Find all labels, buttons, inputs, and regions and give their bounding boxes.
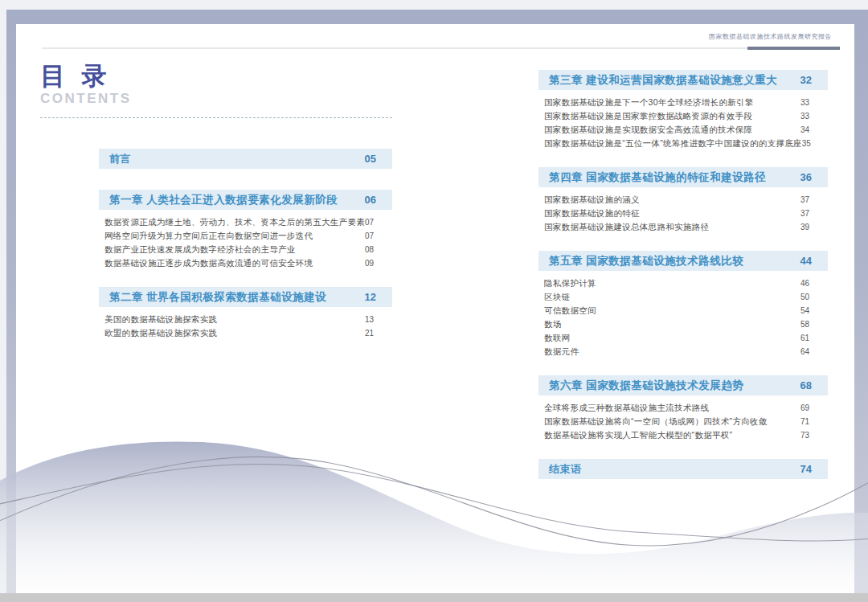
toc-item-label: 区块链 xyxy=(544,292,570,303)
toc-item[interactable]: 数据资源正成为继土地、劳动力、技术、资本之后的第五大生产要素07 xyxy=(99,215,392,229)
toc-chapter-section: 第一章 人类社会正进入数据要素化发展新阶段06数据资源正成为继土地、劳动力、技术… xyxy=(99,190,392,270)
toc-item[interactable]: 国家数据基础设施是国家掌控数据战略资源的有效手段33 xyxy=(538,109,828,123)
toc-item-page-number: 73 xyxy=(800,431,809,440)
toc-bar[interactable]: 第四章 国家数据基础设施的特征和建设路径36 xyxy=(538,167,828,187)
toc-bar-page-number: 68 xyxy=(800,379,812,391)
toc-item[interactable]: 国家数据基础设施的涵义37 xyxy=(538,193,828,207)
toc-item-page-number: 69 xyxy=(800,403,809,412)
toc-column-left: 前言05第一章 人类社会正进入数据要素化发展新阶段06数据资源正成为继土地、劳动… xyxy=(99,149,392,357)
toc-bar-label: 前言 xyxy=(109,152,131,166)
toc-item[interactable]: 国家数据基础设施将向“一空间（场或网）四技术”方向收敛71 xyxy=(538,415,828,428)
toc-item[interactable]: 数场58 xyxy=(538,317,828,331)
desktop-background: 国家数据基础设施技术路线发展研究报告 目 录 CONTENTS 前言05第一章 … xyxy=(0,0,868,602)
toc-item[interactable]: 全球将形成三种数据基础设施主流技术路线69 xyxy=(538,401,828,415)
toc-column-right: 第三章 建设和运营国家数据基础设施意义重大32国家数据基础设施是下一个30年全球… xyxy=(538,70,828,500)
toc-item-page-number: 64 xyxy=(800,347,809,356)
toc-item[interactable]: 国家数据基础设施是实现数据安全高效流通的技术保障34 xyxy=(538,123,828,137)
toc-item-label: 数联网 xyxy=(544,333,570,344)
toc-item-label: 数据元件 xyxy=(544,346,579,358)
toc-bar-label: 第二章 世界各国积极探索数据基础设施建设 xyxy=(109,290,326,305)
toc-item[interactable]: 数据基础设施将实现人工智能大模型的“数据平权”73 xyxy=(538,428,828,442)
toc-item-page-number: 13 xyxy=(365,315,374,324)
toc-item-page-number: 39 xyxy=(800,223,809,231)
toc-bar[interactable]: 第二章 世界各国积极探索数据基础设施建设12 xyxy=(99,287,392,307)
toc-bar-page-number: 44 xyxy=(800,255,812,267)
toc-bar-label: 第三章 建设和运营国家数据基础设施意义重大 xyxy=(549,73,777,88)
toc-item-page-number: 35 xyxy=(802,139,811,148)
toc-item-list: 美国的数据基础设施探索实践13欧盟的数据基础设施探索实践21 xyxy=(99,313,392,340)
toc-item-page-number: 37 xyxy=(800,195,809,204)
toc-bar-label: 第五章 国家数据基础设施技术路线比较 xyxy=(549,254,743,268)
toc-item-list: 全球将形成三种数据基础设施主流技术路线69国家数据基础设施将向“一空间（场或网）… xyxy=(538,401,828,442)
toc-bar-page-number: 32 xyxy=(800,74,812,86)
toc-heading: 目 录 CONTENTS xyxy=(40,63,132,107)
header-rule xyxy=(42,47,840,49)
toc-item[interactable]: 隐私保护计算46 xyxy=(538,276,828,290)
toc-item[interactable]: 数联网61 xyxy=(538,331,828,345)
toc-item[interactable]: 数据基础设施正逐步成为数据高效流通的可信安全环境09 xyxy=(99,256,392,270)
toc-item-list: 国家数据基础设施的涵义37国家数据基础设施的特征37国家数据基础设施建设总体思路… xyxy=(538,193,828,234)
toc-bar[interactable]: 结束语74 xyxy=(538,459,828,479)
toc-item[interactable]: 国家数据基础设施是下一个30年全球经济增长的新引擎33 xyxy=(538,96,828,109)
toc-single-entry: 结束语74 xyxy=(538,459,828,479)
toc-item-page-number: 33 xyxy=(800,98,809,107)
toc-item-label: 国家数据基础设施的涵义 xyxy=(544,195,640,206)
toc-item-label: 可信数据空间 xyxy=(544,305,596,317)
toc-bar[interactable]: 第一章 人类社会正进入数据要素化发展新阶段06 xyxy=(99,190,392,210)
toc-item-label: 国家数据基础设施的特征 xyxy=(544,208,640,219)
document-page: 国家数据基础设施技术路线发展研究报告 目 录 CONTENTS 前言05第一章 … xyxy=(16,24,854,593)
toc-chapter-section: 第五章 国家数据基础设施技术路线比较44隐私保护计算46区块链50可信数据空间5… xyxy=(538,251,828,358)
toc-item-label: 国家数据基础设施将向“一空间（场或网）四技术”方向收敛 xyxy=(544,416,768,428)
toc-item-page-number: 61 xyxy=(800,334,809,342)
toc-single-entry: 前言05 xyxy=(99,149,392,169)
desk-strip xyxy=(0,593,868,602)
toc-item[interactable]: 可信数据空间54 xyxy=(538,304,828,317)
toc-item-label: 美国的数据基础设施探索实践 xyxy=(104,314,217,326)
toc-item-label: 国家数据基础设施是“五位一体”统筹推进数字中国建设的的支撑底座 xyxy=(544,138,802,149)
toc-item-page-number: 21 xyxy=(365,329,374,338)
toc-item[interactable]: 欧盟的数据基础设施探索实践21 xyxy=(99,326,392,340)
toc-item-label: 国家数据基础设施是下一个30年全球经济增长的新引擎 xyxy=(544,97,754,109)
toc-item-label: 欧盟的数据基础设施探索实践 xyxy=(104,328,217,339)
toc-item-label: 数据基础设施正逐步成为数据高效流通的可信安全环境 xyxy=(104,258,313,269)
toc-item[interactable]: 数据元件64 xyxy=(538,345,828,358)
toc-item-page-number: 46 xyxy=(800,279,809,288)
toc-item-list: 数据资源正成为继土地、劳动力、技术、资本之后的第五大生产要素07网络空间升级为算… xyxy=(99,215,392,270)
toc-item-label: 隐私保护计算 xyxy=(544,278,596,289)
toc-item[interactable]: 国家数据基础设施是“五位一体”统筹推进数字中国建设的的支撑底座35 xyxy=(538,137,828,150)
toc-item-page-number: 07 xyxy=(365,231,374,240)
toc-item-list: 国家数据基础设施是下一个30年全球经济增长的新引擎33国家数据基础设施是国家掌控… xyxy=(538,96,828,150)
toc-bar-page-number: 36 xyxy=(800,171,812,183)
toc-item-label: 数据资源正成为继土地、劳动力、技术、资本之后的第五大生产要素 xyxy=(104,217,365,228)
toc-chapter-section: 第六章 国家数据基础设施技术发展趋势68全球将形成三种数据基础设施主流技术路线6… xyxy=(538,375,828,442)
toc-item-page-number: 09 xyxy=(365,259,374,268)
toc-item[interactable]: 网络空间升级为算力空间后正在向数据空间进一步迭代07 xyxy=(99,229,392,243)
toc-bar[interactable]: 前言05 xyxy=(99,149,392,169)
toc-bar[interactable]: 第六章 国家数据基础设施技术发展趋势68 xyxy=(538,375,828,395)
toc-item[interactable]: 国家数据基础设施建设总体思路和实施路径39 xyxy=(538,220,828,234)
toc-item-page-number: 71 xyxy=(800,417,809,426)
running-header-title: 国家数据基础设施技术路线发展研究报告 xyxy=(709,32,832,41)
toc-item[interactable]: 区块链50 xyxy=(538,290,828,304)
toc-bar-page-number: 12 xyxy=(365,291,376,303)
toc-bar-label: 第四章 国家数据基础设施的特征和建设路径 xyxy=(549,170,766,185)
toc-chapter-section: 第四章 国家数据基础设施的特征和建设路径36国家数据基础设施的涵义37国家数据基… xyxy=(538,167,828,234)
toc-item[interactable]: 国家数据基础设施的特征37 xyxy=(538,207,828,220)
toc-chapter-section: 第三章 建设和运营国家数据基础设施意义重大32国家数据基础设施是下一个30年全球… xyxy=(538,70,828,150)
toc-item-page-number: 50 xyxy=(800,293,809,301)
toc-bar[interactable]: 第三章 建设和运营国家数据基础设施意义重大32 xyxy=(538,70,828,90)
toc-bar-page-number: 06 xyxy=(365,194,376,206)
toc-item-label: 国家数据基础设施是实现数据安全高效流通的技术保障 xyxy=(544,125,752,136)
toc-item-label: 国家数据基础设施建设总体思路和实施路径 xyxy=(544,222,709,233)
toc-item-label: 全球将形成三种数据基础设施主流技术路线 xyxy=(544,403,709,414)
toc-chapter-section: 第二章 世界各国积极探索数据基础设施建设12美国的数据基础设施探索实践13欧盟的… xyxy=(99,287,392,340)
toc-item-label: 国家数据基础设施是国家掌控数据战略资源的有效手段 xyxy=(544,111,752,122)
toc-item[interactable]: 美国的数据基础设施探索实践13 xyxy=(99,313,392,326)
toc-item-page-number: 08 xyxy=(365,245,374,254)
toc-bar[interactable]: 第五章 国家数据基础设施技术路线比较44 xyxy=(538,251,828,271)
toc-item-label: 数场 xyxy=(544,319,562,330)
toc-item-label: 网络空间升级为算力空间后正在向数据空间进一步迭代 xyxy=(104,231,313,242)
toc-bar-label: 第六章 国家数据基础设施技术发展趋势 xyxy=(549,379,743,393)
toc-item-page-number: 34 xyxy=(800,125,809,134)
toc-item[interactable]: 数据产业正快速发展成为数字经济社会的主导产业08 xyxy=(99,243,392,256)
